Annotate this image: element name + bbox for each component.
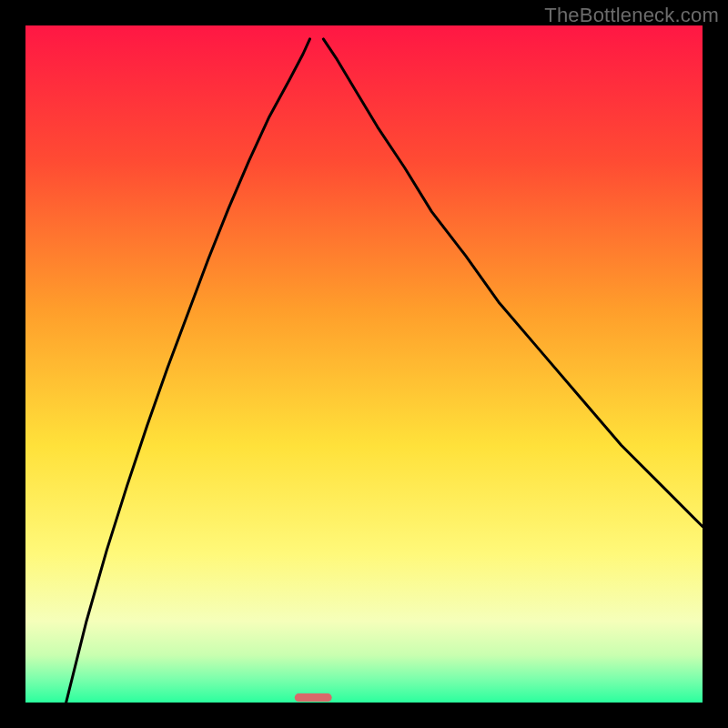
chart-svg — [25, 25, 703, 703]
plot-area — [25, 25, 703, 703]
watermark-text: TheBottleneck.com — [544, 4, 719, 27]
bottom-marker — [295, 693, 332, 702]
gradient-background — [25, 25, 703, 703]
chart-frame: TheBottleneck.com — [0, 0, 728, 728]
